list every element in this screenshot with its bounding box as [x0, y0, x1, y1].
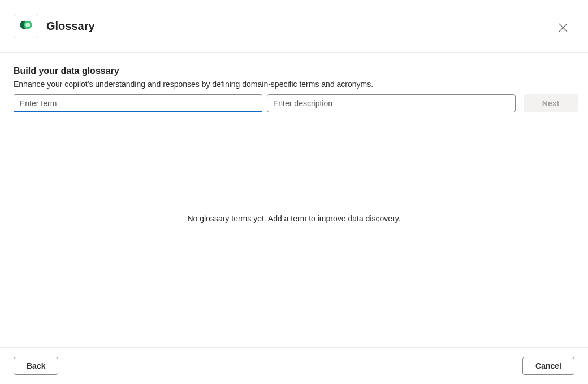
- dialog-content: Build your data glossary Enhance your co…: [0, 53, 588, 347]
- svg-point-3: [25, 23, 30, 27]
- dialog-header: Glossary: [0, 0, 588, 53]
- empty-state: No glossary terms yet. Add a term to imp…: [14, 112, 574, 347]
- back-button[interactable]: Back: [14, 357, 58, 375]
- section-title: Build your data glossary: [14, 66, 574, 76]
- glossary-app-icon: [19, 18, 33, 34]
- description-input[interactable]: [267, 94, 516, 112]
- dialog-title: Glossary: [46, 20, 95, 33]
- next-button[interactable]: Next: [524, 94, 578, 112]
- section-description: Enhance your copilot's understanding and…: [14, 80, 574, 89]
- app-icon-container: [14, 14, 38, 38]
- input-row: Next: [14, 94, 574, 112]
- empty-state-message: No glossary terms yet. Add a term to imp…: [187, 214, 400, 223]
- close-icon: [559, 23, 568, 34]
- term-input[interactable]: [14, 94, 262, 112]
- cancel-button[interactable]: Cancel: [522, 357, 574, 375]
- glossary-dialog: Glossary Build your data glossary Enhanc…: [0, 0, 588, 384]
- dialog-footer: Back Cancel: [0, 347, 588, 384]
- close-button[interactable]: [556, 21, 570, 35]
